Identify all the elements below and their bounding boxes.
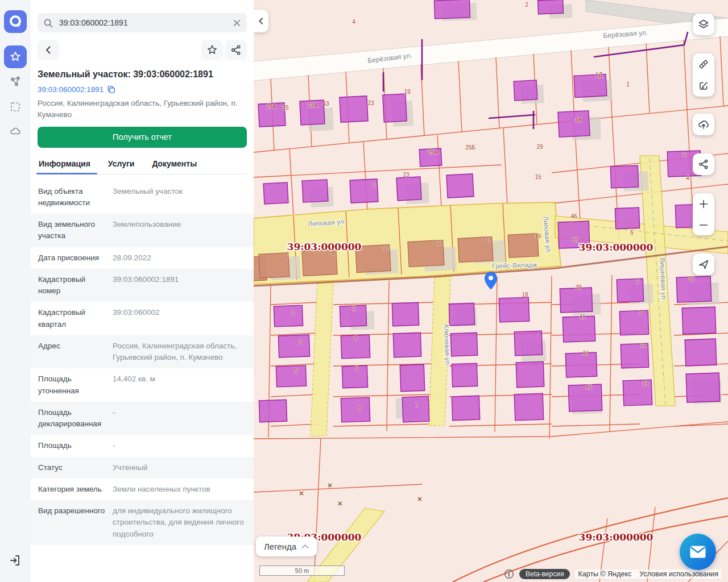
parcel-number: 2 — [373, 182, 376, 188]
get-report-button[interactable]: Получить отчет — [38, 127, 247, 148]
share-button[interactable] — [225, 40, 247, 60]
street-label: Ключевая ул. — [442, 324, 452, 367]
parcel-number: 9 — [639, 309, 643, 315]
info-row-value: Земли населенных пунктов — [113, 484, 247, 495]
info-row: Кадастровый номер39:03:060002:1891 — [31, 269, 254, 302]
parcel-number: 2 — [525, 2, 528, 8]
maps-copyright-link[interactable]: Карты © Яндекс — [578, 570, 631, 578]
layers-icon — [697, 18, 710, 31]
parcel-number: 6 — [285, 253, 288, 260]
locate-button[interactable] — [693, 253, 714, 275]
tab-bar: ИнформацияУслугиДокументы — [38, 156, 247, 174]
info-row-label: Вид разрешенного — [38, 505, 105, 540]
info-row-value: 14,402 кв. м — [113, 373, 247, 397]
back-button[interactable] — [38, 40, 59, 60]
sidebar-item-select-area[interactable] — [4, 95, 27, 118]
parcel-number: 10 — [688, 276, 694, 282]
search-bar[interactable] — [38, 13, 247, 32]
plus-icon — [698, 199, 709, 209]
ruler-button[interactable] — [693, 53, 714, 75]
parcel-number: 23А — [308, 102, 318, 109]
sidebar-item-cloud[interactable] — [4, 120, 27, 143]
info-row-label: Категория земель — [38, 484, 105, 495]
star-outline-icon — [206, 44, 218, 56]
parcel-number: 43 — [322, 101, 329, 107]
info-row-value: 28.09.2022 — [113, 252, 247, 264]
sign-in-button[interactable] — [4, 549, 27, 572]
info-row-label: Кадастровый квартал — [38, 307, 105, 330]
star-icon — [9, 50, 22, 64]
info-row: Площадь декларированная- — [31, 402, 254, 435]
cloud-upload-icon — [697, 118, 710, 131]
cadastral-map: 39:03:00000039:03:00000039:03:00000039:0… — [254, 0, 728, 582]
cloud-icon — [9, 124, 22, 138]
info-row: Вид разрешенногодля индивидуального жили… — [31, 500, 254, 545]
parcel-number: 16 — [535, 233, 541, 239]
zoom-out-button[interactable] — [693, 214, 714, 235]
info-row-label: Площадь уточненная — [38, 373, 105, 397]
scale-label: 50 m — [295, 567, 309, 574]
info-row-value: Учтенный — [113, 462, 247, 473]
tab-2[interactable]: Документы — [151, 156, 198, 174]
zoom-in-button[interactable] — [693, 193, 714, 214]
map-canvas[interactable]: 39:03:00000039:03:00000039:03:00000039:0… — [254, 0, 728, 582]
info-row-label: Дата присвоения — [38, 252, 105, 264]
info-row: Категория земельЗемли населенных пунктов — [31, 479, 254, 500]
parcel-number: 1 — [626, 81, 630, 88]
sidebar-item-favorites[interactable] — [4, 45, 27, 68]
parcel-number: 13 — [642, 381, 649, 387]
parcel-number: 41 — [579, 314, 586, 320]
parcel-number: 11 — [640, 342, 647, 348]
parcel-number: 2 — [352, 305, 355, 311]
parcel-number: 23 — [403, 172, 410, 178]
share-map-button[interactable] — [693, 153, 714, 175]
info-icon[interactable] — [504, 569, 514, 579]
info-row: Вид объекта недвижимостиЗемельный участо… — [31, 181, 254, 214]
info-row: АдресРоссия, Калининградская область, Гу… — [31, 335, 254, 369]
parcel-number: 25Б — [465, 144, 475, 151]
app-logo[interactable] — [4, 10, 27, 33]
info-row-value: Земельный участок — [113, 186, 247, 209]
parcel-number: 7 — [636, 279, 639, 285]
parcel-number: 8 — [332, 250, 335, 256]
draw-button[interactable] — [693, 75, 714, 97]
parcel-number: 25А — [428, 149, 438, 155]
copy-icon[interactable] — [107, 85, 115, 94]
cadastral-number-link[interactable]: 39:03:060002:1891 — [38, 85, 247, 94]
info-row-value: для индивидуального жилищного строительс… — [113, 505, 247, 540]
parcel-number: 14 — [486, 236, 493, 243]
clear-search-icon[interactable] — [233, 19, 241, 27]
info-row-value: - — [113, 407, 247, 430]
navigation-arrow-icon — [698, 259, 709, 270]
info-row-label: Площадь декларированная — [38, 407, 105, 430]
upload-button[interactable] — [693, 114, 714, 135]
tab-1[interactable]: Услуги — [107, 156, 136, 174]
info-row-value: - — [113, 440, 247, 451]
info-row-value: 39:03:060002:1891 — [113, 274, 247, 297]
parcel-number: 19 — [404, 89, 411, 95]
info-row-label: Адрес — [38, 340, 105, 364]
layers-button[interactable] — [693, 14, 714, 35]
chat-button[interactable] — [680, 534, 716, 570]
object-panel: Земельный участок: 39:03:060002:1891 39:… — [31, 0, 254, 582]
dashed-square-icon — [9, 100, 22, 114]
terms-link[interactable]: Условия использования — [639, 570, 718, 578]
parcel-number: 4 — [354, 335, 357, 341]
scale-bar: 50 m — [259, 566, 345, 576]
chevron-up-icon — [301, 544, 309, 549]
info-table: Вид объекта недвижимостиЗемельный участо… — [31, 181, 254, 545]
legend-button[interactable]: Легенда — [256, 537, 317, 556]
parcel-number: 43 — [582, 350, 589, 356]
info-row-value: Землепользование — [113, 219, 247, 242]
search-icon — [43, 18, 53, 28]
tab-0[interactable]: Информация — [38, 156, 92, 174]
collapse-panel-button[interactable] — [254, 10, 268, 32]
parcel-number: 25А — [266, 103, 276, 110]
info-row-label: Вид объекта недвижимости — [38, 186, 105, 209]
favorite-button[interactable] — [201, 40, 223, 60]
sidebar-item-measure[interactable] — [4, 70, 27, 93]
measure-edit-group — [693, 53, 714, 97]
info-row: Дата присвоения28.09.2022 — [31, 247, 254, 269]
polygon-icon — [9, 75, 22, 89]
search-input[interactable] — [58, 18, 228, 28]
